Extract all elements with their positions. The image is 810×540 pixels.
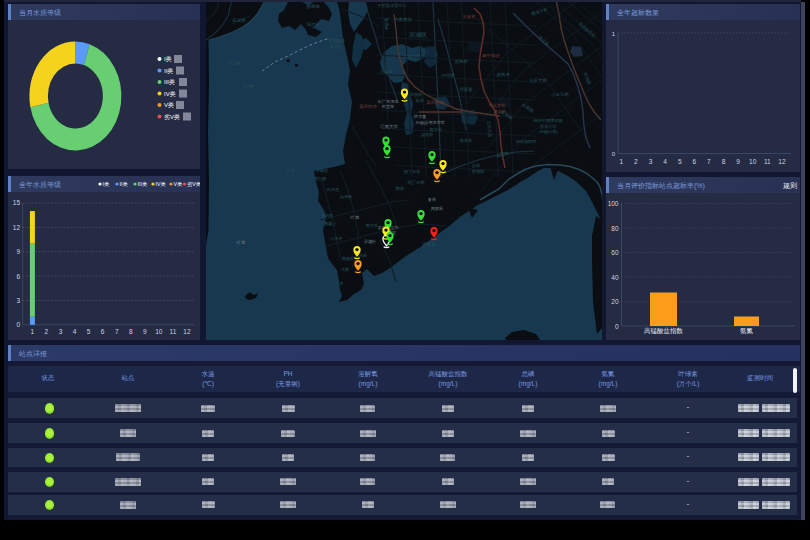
svg-text:0: 0 [615, 323, 619, 330]
svg-text:4: 4 [73, 328, 77, 335]
svg-text:天安大桥: 天安大桥 [529, 78, 547, 83]
svg-text:5: 5 [678, 158, 682, 165]
svg-text:周家桥: 周家桥 [431, 206, 444, 211]
svg-text:白石里: 白石里 [327, 187, 340, 192]
svg-text:中奥西路: 中奥西路 [394, 17, 412, 22]
svg-text:沈家: 沈家 [341, 267, 349, 272]
svg-text:叶巷: 叶巷 [237, 240, 246, 245]
svg-text:11: 11 [764, 158, 771, 165]
svg-text:9: 9 [736, 158, 740, 165]
svg-text:8: 8 [129, 328, 133, 335]
svg-text:I类: I类 [164, 56, 172, 62]
svg-text:12: 12 [778, 158, 786, 165]
svg-text:9: 9 [16, 248, 20, 255]
svg-text:金匮桥: 金匮桥 [421, 132, 434, 137]
svg-text:江南大学: 江南大学 [404, 54, 422, 59]
svg-text:15: 15 [13, 199, 21, 206]
svg-text:0: 0 [612, 151, 616, 157]
svg-text:风景区: 风景区 [330, 44, 343, 49]
svg-text:感知中国博览园: 感知中国博览园 [533, 118, 562, 123]
svg-text:I类: I类 [103, 181, 110, 187]
svg-text:拱渎署: 拱渎署 [414, 114, 427, 119]
svg-text:渔港路: 渔港路 [306, 4, 320, 9]
svg-text:坞丁石桥: 坞丁石桥 [407, 180, 425, 185]
svg-text:11: 11 [170, 328, 177, 335]
svg-text:高浪西路: 高浪西路 [426, 100, 444, 105]
svg-text:天祺新体育中心: 天祺新体育中心 [377, 3, 407, 8]
svg-text:中信桥: 中信桥 [441, 73, 455, 78]
svg-text:80: 80 [611, 225, 619, 232]
svg-text:10: 10 [749, 158, 757, 165]
svg-text:江南大学: 江南大学 [380, 124, 398, 129]
svg-text:焦桥: 焦桥 [472, 163, 481, 168]
svg-text:横桥: 横桥 [395, 186, 405, 191]
svg-text:1: 1 [612, 31, 616, 37]
svg-text:60: 60 [611, 249, 619, 256]
svg-text:寿安桥: 寿安桥 [459, 138, 473, 143]
svg-text:湖公园: 湖公园 [314, 176, 327, 181]
svg-text:力渚: 力渚 [335, 281, 344, 286]
svg-text:6: 6 [101, 328, 105, 335]
svg-text:薛家里: 薛家里 [422, 242, 436, 247]
svg-text:采埔叶: 采埔叶 [364, 239, 377, 244]
svg-text:劣V类: 劣V类 [187, 181, 200, 188]
svg-text:12: 12 [13, 224, 21, 231]
svg-text:7: 7 [707, 158, 711, 165]
svg-text:叶巷: 叶巷 [351, 215, 360, 220]
svg-text:小旦北桥: 小旦北桥 [551, 92, 569, 97]
svg-text:翼中地区: 翼中地区 [482, 53, 500, 58]
svg-text:8: 8 [722, 158, 726, 165]
svg-text:大湖: 大湖 [286, 168, 294, 173]
svg-text:郑家奥: 郑家奥 [459, 87, 473, 92]
svg-text:5: 5 [87, 328, 91, 335]
svg-text:3: 3 [16, 297, 20, 304]
svg-text:氨氮: 氨氮 [740, 327, 754, 334]
svg-text:100: 100 [608, 200, 619, 207]
svg-text:20: 20 [611, 298, 619, 305]
svg-text:劣V类: 劣V类 [164, 114, 180, 121]
svg-text:誓禹里桥: 誓禹里桥 [489, 103, 507, 108]
svg-text:东鸡里: 东鸡里 [321, 213, 334, 218]
svg-text:青桥: 青桥 [428, 197, 437, 202]
svg-text:9: 9 [143, 328, 147, 335]
svg-text:小溪渚: 小溪渚 [330, 236, 343, 241]
svg-text:太湖国: 太湖国 [242, 84, 255, 89]
svg-text:隆秀路: 隆秀路 [384, 18, 389, 31]
svg-text:40: 40 [611, 274, 619, 281]
svg-text:1: 1 [31, 328, 35, 335]
svg-text:V类: V类 [174, 181, 183, 187]
svg-text:IV类: IV类 [156, 181, 166, 187]
svg-text:II类: II类 [120, 181, 128, 187]
svg-text:IV类: IV类 [164, 91, 176, 97]
svg-text:太湖蠡湖: 太湖蠡湖 [328, 38, 345, 43]
svg-text:祺塘桥: 祺塘桥 [471, 169, 485, 174]
svg-text:灌渎港: 灌渎港 [307, 22, 320, 27]
svg-text:10: 10 [155, 328, 163, 335]
svg-text:高锰酸盐指数: 高锰酸盐指数 [644, 327, 684, 335]
svg-text:V类: V类 [164, 102, 174, 108]
svg-text:滨湖区: 滨湖区 [409, 31, 427, 38]
svg-text:7: 7 [115, 328, 119, 335]
svg-text:2: 2 [45, 328, 49, 335]
svg-text:6: 6 [16, 273, 20, 280]
svg-text:4: 4 [663, 158, 667, 165]
svg-text:东绛桥: 东绛桥 [454, 59, 468, 64]
svg-text:3: 3 [649, 158, 653, 165]
svg-text:今蠡湖: 今蠡湖 [380, 69, 393, 74]
svg-text:大浮桥: 大浮桥 [227, 61, 241, 66]
svg-text:0: 0 [16, 321, 20, 328]
svg-text:12: 12 [183, 328, 191, 335]
svg-text:III类: III类 [138, 181, 148, 187]
svg-text:2: 2 [634, 158, 638, 165]
svg-text:石皮桥: 石皮桥 [232, 17, 246, 23]
svg-text:科普笼: 科普笼 [382, 104, 395, 109]
svg-text:3: 3 [59, 328, 63, 335]
svg-text:板桥: 板桥 [415, 98, 425, 103]
svg-text:6: 6 [692, 158, 696, 165]
svg-text:高浪西路: 高浪西路 [359, 104, 377, 109]
svg-text:高寺略: 高寺略 [340, 194, 353, 199]
svg-text:北亚桥: 北亚桥 [410, 92, 423, 97]
svg-text:1: 1 [619, 158, 623, 165]
svg-text:III类: III类 [164, 79, 175, 85]
svg-text:II类: II类 [164, 68, 173, 74]
